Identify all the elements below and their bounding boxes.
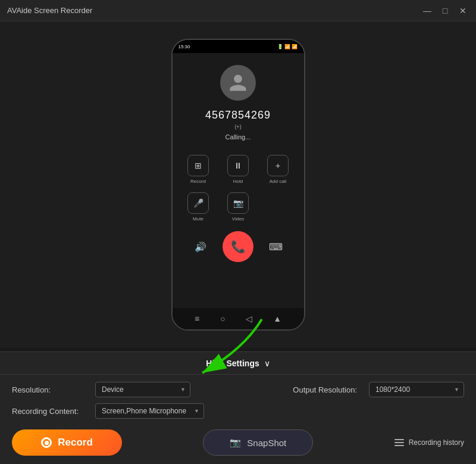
record-label: Record xyxy=(58,437,93,449)
hold-action-button[interactable]: ⏸ xyxy=(227,155,249,176)
maximize-button[interactable]: □ xyxy=(439,5,451,17)
hide-settings-label: Hide Settings xyxy=(206,359,259,368)
hide-settings-bar[interactable]: Hide Settings ∨ xyxy=(0,352,476,375)
resolution-select-wrapper: Device Custom xyxy=(95,382,190,397)
phone-nav-bar: ≡ ○ ◁ ▲ xyxy=(173,308,304,329)
settings-rows: Resolution: Device Custom Output Resolut… xyxy=(0,375,476,425)
recording-content-row: Recording Content: Screen,Phone Micropho… xyxy=(12,403,464,419)
output-resolution-select-wrapper: 1080*2400 720*1280 540*960 xyxy=(369,382,464,397)
recording-content-select[interactable]: Screen,Phone Microphone Screen Only Scre… xyxy=(95,403,204,419)
resolution-select[interactable]: Device Custom xyxy=(95,382,190,397)
caller-id: (+) xyxy=(234,124,241,130)
settings-panel: Hide Settings ∨ Resolution: Device Custo… xyxy=(0,351,476,464)
hamburger-icon xyxy=(394,439,404,446)
title-bar: AVAide Screen Recorder — □ ✕ xyxy=(0,0,476,21)
resolution-row: Resolution: Device Custom Output Resolut… xyxy=(12,382,464,397)
end-call-button[interactable]: 📞 xyxy=(223,231,253,262)
call-action-hold: ⏸ Hold xyxy=(218,155,258,184)
phone-mockup: 15:30 🔋 📶 📶 4567854269 (+) Calling... ⊞ xyxy=(171,39,305,331)
call-action-mute: 🎤 Mute xyxy=(178,192,218,222)
video-button[interactable]: 📷 xyxy=(227,192,249,214)
hold-action-label: Hold xyxy=(233,179,243,184)
nav-home-icon[interactable]: ○ xyxy=(220,314,225,323)
call-actions-grid: ⊞ Record ⏸ Hold + Add call 🎤 Mute xyxy=(178,155,298,222)
add-call-label: Add call xyxy=(270,179,286,184)
nav-back-icon[interactable]: ◁ xyxy=(246,314,252,323)
record-action-button[interactable]: ⊞ xyxy=(187,155,209,176)
close-button[interactable]: ✕ xyxy=(457,5,469,17)
snapshot-button[interactable]: 📷 SnapShot xyxy=(203,429,313,456)
call-action-video: 📷 Video xyxy=(218,192,258,222)
resolution-label: Resolution: xyxy=(12,385,89,394)
call-bottom-controls: 🔊 📞 ⌨ xyxy=(178,231,298,262)
record-dot-icon xyxy=(41,437,52,448)
camera-icon: 📷 xyxy=(230,437,241,448)
caller-avatar xyxy=(220,65,256,101)
record-button[interactable]: Record xyxy=(12,429,122,456)
nav-apps-icon[interactable]: ▲ xyxy=(273,314,281,323)
mute-button[interactable]: 🎤 xyxy=(187,192,209,214)
status-time: 15:30 xyxy=(178,44,190,49)
window-controls: — □ ✕ xyxy=(421,5,469,17)
main-content: 15:30 🔋 📶 📶 4567854269 (+) Calling... ⊞ xyxy=(0,21,476,348)
minimize-button[interactable]: — xyxy=(421,5,433,17)
nav-menu-icon[interactable]: ≡ xyxy=(195,314,199,323)
keypad-button[interactable]: ⌨ xyxy=(265,236,286,257)
recording-history-label: Recording history xyxy=(409,438,464,447)
app-title: AVAide Screen Recorder xyxy=(7,6,92,15)
record-dot-inner xyxy=(45,441,49,445)
chevron-down-icon: ∨ xyxy=(264,359,270,368)
snapshot-label: SnapShot xyxy=(247,438,286,448)
phone-status-bar: 15:30 🔋 📶 📶 xyxy=(173,40,304,53)
recording-content-label: Recording Content: xyxy=(12,407,89,416)
add-call-button[interactable]: + xyxy=(267,155,289,176)
mute-label: Mute xyxy=(193,216,203,222)
call-action-add: + Add call xyxy=(258,155,298,184)
status-icons: 🔋 📶 📶 xyxy=(277,44,298,49)
caller-number: 4567854269 xyxy=(205,109,271,122)
record-action-label: Record xyxy=(190,179,206,184)
phone-call-screen: 4567854269 (+) Calling... ⊞ Record ⏸ Hol… xyxy=(173,53,304,308)
output-resolution-label: Output Resolution: xyxy=(293,385,357,394)
recording-content-select-wrapper: Screen,Phone Microphone Screen Only Scre… xyxy=(95,403,204,419)
call-action-record: ⊞ Record xyxy=(178,155,218,184)
calling-text: Calling... xyxy=(226,133,251,141)
action-buttons-row: Record 📷 SnapShot Recording history xyxy=(0,425,476,464)
person-icon xyxy=(228,73,248,93)
recording-history[interactable]: Recording history xyxy=(394,438,464,447)
output-resolution-select[interactable]: 1080*2400 720*1280 540*960 xyxy=(369,382,464,397)
speaker-button[interactable]: 🔊 xyxy=(190,236,211,257)
video-label: Video xyxy=(232,216,244,222)
